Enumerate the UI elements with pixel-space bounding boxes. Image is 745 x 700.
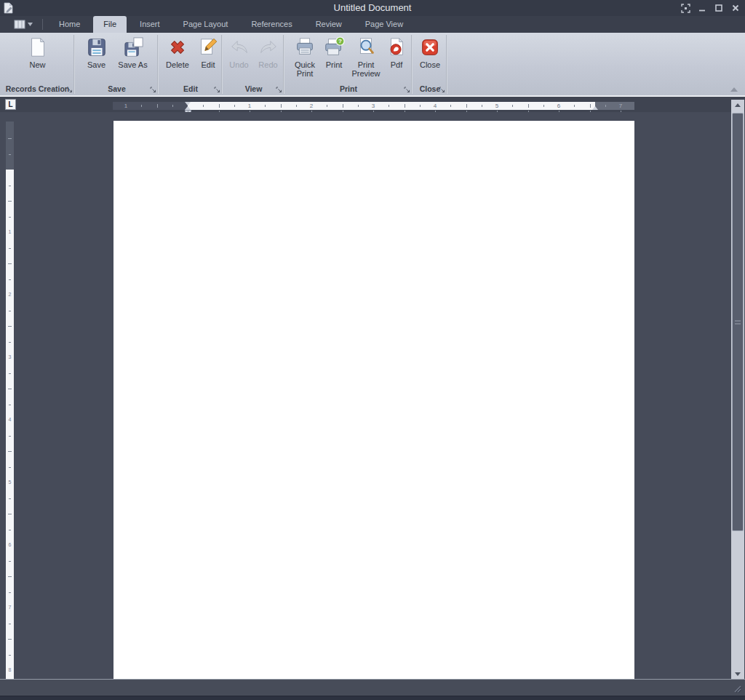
vruler-top-margin-zone [6,122,14,170]
delete-button[interactable]: Delete [160,35,195,69]
chevron-down-icon [28,23,33,26]
print-icon: ? [323,36,345,58]
dialog-launcher-icon[interactable] [214,87,220,93]
edit-button-label: Edit [202,60,215,69]
ruler-number: 2 [6,292,14,298]
tab-page-view[interactable]: Page View [355,16,413,33]
ruler-number: 4 [432,103,438,109]
ribbon-group-view: Undo Redo View [223,33,284,95]
document-workspace: L 11234567 12345678 [0,97,745,679]
fullscreen-icon[interactable] [680,3,690,13]
new-button[interactable]: New [17,35,58,69]
ruler-right-margin-zone [595,102,634,110]
ruler-number: 5 [494,103,500,109]
dialog-launcher-icon[interactable] [439,87,445,93]
edit-icon [197,36,219,58]
ribbon-group-records-creation: New Records Creation [0,33,75,95]
application-menu-button[interactable] [9,16,38,33]
horizontal-ruler: L 11234567 [0,97,745,112]
scroll-up-icon[interactable] [731,100,744,110]
window-controls [680,0,741,16]
save-button[interactable]: Save [81,35,113,69]
dialog-launcher-icon[interactable] [150,87,156,93]
vruler-text-area-zone [6,170,14,679]
scrollbar-thumb[interactable] [732,113,744,531]
titlebar: Untitled Document [0,0,745,16]
status-bar [0,679,745,696]
pdf-button-label: Pdf [391,60,403,69]
tab-page-layout[interactable]: Page Layout [173,16,239,33]
group-label-print: Print [340,84,357,93]
tab-stop-selector[interactable]: L [5,99,16,110]
print-button-label: Print [326,60,343,69]
save-as-icon [122,36,144,58]
ruler-number: 3 [6,354,14,360]
window-bottom-edge [0,696,745,700]
edit-button[interactable]: Edit [195,35,221,69]
ribbon-group-edit: Delete Edit Edit [159,33,223,95]
close-document-icon [419,36,441,58]
new-document-icon [27,36,49,58]
right-indent-marker[interactable] [592,106,598,110]
print-button[interactable]: ? Print [321,35,347,69]
group-label-edit: Edit [183,84,198,93]
ruler-number: 1 [247,103,252,109]
redo-button-label: Redo [258,60,277,69]
vertical-scrollbar[interactable] [731,100,744,679]
close-icon[interactable] [730,3,741,13]
application-window: Untitled Document [0,0,745,700]
undo-icon [228,36,250,58]
group-label-records-creation: Records Creation [6,84,70,93]
tab-file[interactable]: File [93,16,127,33]
quick-print-button-label: Quick Print [291,60,319,78]
scroll-down-icon[interactable] [731,669,744,679]
print-preview-button-label: Print Preview [348,60,383,78]
tab-references[interactable]: References [241,16,302,33]
ribbon-tabstrip: Home File Insert Page Layout References … [0,16,745,33]
ruler-number: 1 [6,229,14,235]
redo-button: Redo [254,35,283,69]
print-preview-icon [355,36,377,58]
window-title: Untitled Document [0,0,745,16]
save-as-button-label: Save As [118,60,147,69]
save-button-label: Save [87,60,105,69]
tab-insert[interactable]: Insert [130,16,170,33]
ribbon-group-print: Quick Print ? Print [284,33,413,95]
dialog-launcher-icon[interactable] [404,87,410,93]
minimize-icon[interactable] [697,3,707,13]
save-as-button[interactable]: Save As [113,35,154,69]
undo-button-label: Undo [229,60,248,69]
ribbon-group-close: Close Close [413,33,447,95]
tab-review[interactable]: Review [306,16,352,33]
ruler-number: 7 [6,605,14,610]
quick-print-button[interactable]: Quick Print [289,35,321,78]
print-preview-button[interactable]: Print Preview [347,35,385,78]
redo-icon [258,36,279,58]
save-icon [86,36,108,58]
ribbon-collapse-icon[interactable] [730,87,738,92]
dialog-launcher-icon[interactable] [276,87,282,93]
ruler-number: 6 [556,103,562,109]
document-page[interactable] [113,121,634,679]
maximize-icon[interactable] [714,3,724,13]
ruler-number: 2 [308,103,314,109]
ruler-number: 7 [618,103,624,109]
close-document-button[interactable]: Close [415,35,445,69]
group-label-close: Close [420,84,441,93]
ribbon-group-save: Save [75,33,159,95]
group-label-save: Save [108,84,126,93]
undo-button: Undo [225,35,254,69]
close-document-button-label: Close [420,60,440,69]
ruler-number: 6 [6,542,14,548]
resize-grip-icon[interactable] [732,683,742,693]
first-line-indent-marker[interactable] [185,102,191,106]
pdf-button[interactable]: Pdf [385,35,408,69]
tab-home[interactable]: Home [49,16,90,33]
dialog-launcher-icon[interactable] [66,87,73,93]
ribbon: New Records Creation [0,33,745,97]
group-label-view: View [245,84,263,93]
ruler-number: 5 [6,480,14,485]
delete-button-label: Delete [166,60,189,69]
delete-icon [167,36,188,58]
tabstrip-divider [42,19,43,30]
